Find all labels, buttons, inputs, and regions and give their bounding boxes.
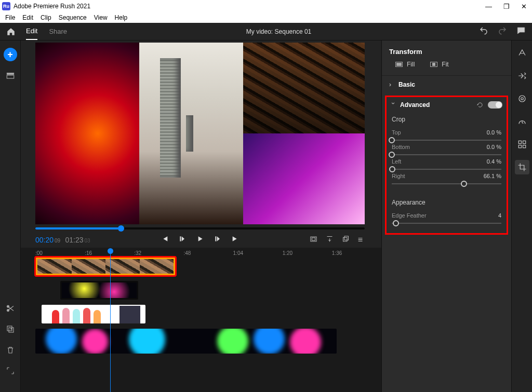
- scale-fit-button[interactable]: Fit: [430, 61, 448, 68]
- svg-point-10: [519, 96, 525, 102]
- scissors-icon[interactable]: [6, 304, 15, 315]
- audio-tool[interactable]: [515, 137, 529, 152]
- menu-view[interactable]: View: [91, 13, 111, 22]
- color-tool[interactable]: [515, 91, 529, 106]
- menu-bar: File Edit Clip Sequence View Help: [0, 12, 532, 23]
- advanced-section-header[interactable]: › Advanced: [391, 100, 502, 113]
- svg-rect-9: [344, 236, 349, 240]
- step-fwd-button[interactable]: [214, 235, 222, 245]
- window-minimize-button[interactable]: —: [485, 3, 492, 10]
- svg-rect-12: [518, 141, 521, 143]
- preview-quad-3: [243, 133, 365, 224]
- preview-quad-2: [243, 43, 365, 133]
- app-badge: Ru: [2, 2, 10, 10]
- reset-icon[interactable]: [476, 101, 484, 109]
- timeline-clip[interactable]: [35, 329, 337, 354]
- chevron-down-icon: ›: [390, 102, 397, 107]
- edge-feather-slider[interactable]: Edge Feather4: [391, 209, 502, 224]
- menu-help[interactable]: Help: [112, 13, 131, 22]
- scrubber-handle[interactable]: [118, 225, 124, 232]
- menu-clip[interactable]: Clip: [37, 13, 55, 22]
- window-close-button[interactable]: ✕: [521, 3, 527, 10]
- advanced-toggle[interactable]: [488, 101, 502, 109]
- trash-icon[interactable]: [6, 345, 15, 357]
- expand-icon[interactable]: [6, 366, 15, 377]
- project-title: My video: Sequence 01: [78, 28, 479, 35]
- export-frame-button[interactable]: [326, 235, 334, 245]
- tab-share[interactable]: Share: [49, 23, 67, 39]
- center-area: 00:2009 01:2303 ≡ :00 :16 :32: [21, 40, 381, 392]
- svg-rect-14: [518, 145, 521, 148]
- current-time: 00:20: [35, 236, 54, 244]
- window-titlebar: Ru Adobe Premiere Rush 2021 — ❐ ✕: [0, 0, 532, 12]
- timeline-playhead[interactable]: [110, 249, 111, 392]
- svg-rect-15: [523, 145, 525, 148]
- add-media-button[interactable]: +: [4, 48, 17, 61]
- crop-label: Crop: [391, 113, 502, 126]
- svg-rect-6: [311, 237, 316, 241]
- speed-tool[interactable]: [515, 114, 529, 129]
- transitions-tool[interactable]: [515, 69, 529, 83]
- program-monitor[interactable]: [35, 43, 365, 224]
- svg-rect-8: [343, 237, 347, 241]
- scale-fill-button[interactable]: Fill: [395, 61, 415, 68]
- fill-icon: [395, 62, 403, 67]
- titles-tool[interactable]: [515, 46, 529, 60]
- window-maximize-button[interactable]: ❐: [503, 3, 510, 10]
- audio-track-1[interactable]: [35, 329, 381, 354]
- duration: 01:23: [65, 236, 84, 244]
- crop-left-slider[interactable]: Left0.4 %: [391, 155, 502, 170]
- timeline-clip[interactable]: [60, 281, 138, 300]
- comment-icon[interactable]: [516, 26, 526, 37]
- undo-button[interactable]: [479, 26, 488, 37]
- left-rail: +: [0, 40, 21, 392]
- preview-quad-1: [35, 43, 139, 224]
- preview-scrubber[interactable]: [35, 227, 365, 229]
- step-back-button[interactable]: [178, 235, 187, 245]
- timeline-ruler[interactable]: :00 :16 :32 :48 1:04 1:20 1:36: [35, 248, 381, 256]
- timecode[interactable]: 00:2009 01:2303: [35, 236, 90, 244]
- video-track-3[interactable]: [35, 257, 381, 276]
- selected-clip[interactable]: [35, 257, 176, 276]
- svg-point-11: [521, 98, 523, 100]
- redo-button[interactable]: [498, 26, 507, 37]
- project-panel-icon[interactable]: [6, 71, 15, 82]
- panel-title: Transform: [382, 40, 511, 61]
- basic-section-header[interactable]: › Basic: [382, 75, 511, 93]
- goto-start-button[interactable]: [161, 235, 169, 245]
- crop-top-slider[interactable]: Top0.0 %: [391, 126, 502, 141]
- video-track-1[interactable]: [35, 305, 381, 323]
- menu-sequence[interactable]: Sequence: [56, 13, 90, 22]
- transform-panel: Transform Fill Fit › Basic › Advanced Cr…: [381, 40, 511, 392]
- chevron-right-icon: ›: [389, 81, 394, 88]
- svg-rect-0: [7, 73, 14, 75]
- preview-quad-4: [139, 43, 243, 224]
- tab-edit[interactable]: Edit: [26, 23, 37, 40]
- crop-tool[interactable]: [515, 160, 529, 174]
- timeline[interactable]: :00 :16 :32 :48 1:04 1:20 1:36: [21, 248, 381, 392]
- home-icon[interactable]: [6, 27, 16, 36]
- snapshot-button[interactable]: [342, 235, 350, 245]
- crop-right-slider[interactable]: Right66.1 %: [391, 170, 502, 184]
- more-button[interactable]: ≡: [358, 235, 363, 245]
- svg-rect-7: [312, 238, 315, 240]
- timeline-clip[interactable]: [42, 305, 145, 323]
- advanced-section-highlight: › Advanced Crop Top0.0 % Bottom0.0 % Lef…: [385, 96, 508, 235]
- appearance-label: Appearance: [391, 196, 502, 209]
- play-button[interactable]: [196, 235, 204, 245]
- svg-rect-13: [523, 141, 525, 143]
- fit-icon: [430, 62, 437, 67]
- fullscreen-button[interactable]: [310, 235, 317, 245]
- video-track-2[interactable]: [35, 281, 381, 300]
- right-tool-rail: [511, 40, 532, 392]
- svg-rect-1: [7, 75, 14, 78]
- menu-edit[interactable]: Edit: [19, 13, 36, 22]
- app-topbar: Edit Share My video: Sequence 01: [0, 23, 532, 40]
- crop-bottom-slider[interactable]: Bottom0.0 %: [391, 141, 502, 155]
- window-title: Adobe Premiere Rush 2021: [14, 3, 90, 10]
- menu-file[interactable]: File: [2, 13, 18, 22]
- goto-end-button[interactable]: [231, 235, 240, 245]
- duplicate-icon[interactable]: [6, 325, 15, 336]
